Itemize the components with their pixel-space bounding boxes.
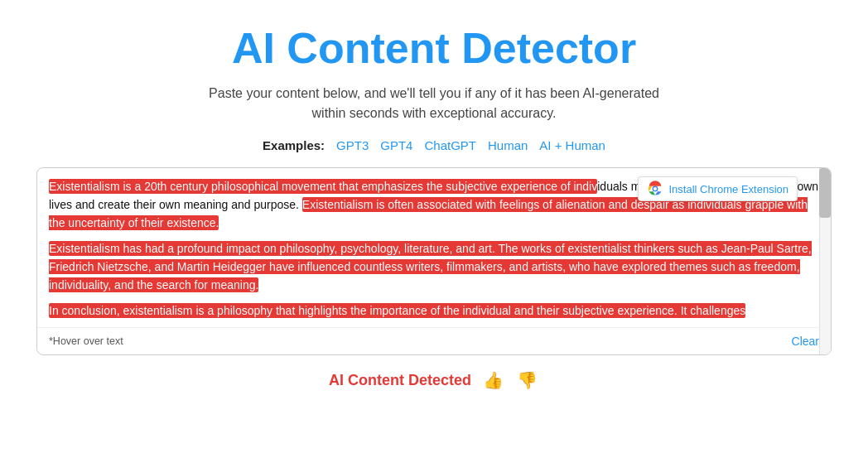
example-chatgpt[interactable]: ChatGPT (424, 138, 476, 152)
footer-bar: *Hover over text Clear (37, 327, 831, 354)
install-chrome-extension-banner[interactable]: Install Chrome Extension (638, 176, 798, 201)
clear-button[interactable]: Clear (792, 335, 819, 348)
example-human[interactable]: Human (488, 138, 528, 152)
thumbs-up-button[interactable]: 👍 (481, 369, 505, 392)
svg-point-2 (653, 187, 657, 190)
chrome-icon (647, 181, 663, 197)
thumbs-down-button[interactable]: 👎 (515, 369, 539, 392)
examples-label: Examples: (263, 138, 325, 152)
paragraph-3: In conclusion, existentialism is a philo… (49, 302, 819, 320)
example-gpt4[interactable]: GPT4 (380, 138, 412, 152)
examples-row: Examples: GPT3 GPT4 ChatGPT Human AI + H… (263, 138, 605, 152)
content-area-wrapper: Install Chrome Extension Existentialism … (36, 167, 832, 355)
hover-hint: *Hover over text (49, 335, 123, 347)
page-title: AI Content Detector (232, 25, 636, 72)
result-label: AI Content Detected (329, 372, 471, 389)
scrollbar-track[interactable] (819, 168, 831, 354)
scrollbar-thumb[interactable] (819, 168, 831, 218)
install-chrome-label: Install Chrome Extension (668, 183, 788, 195)
paragraph-2: Existentialism has had a profound impact… (49, 240, 819, 294)
result-row: AI Content Detected 👍 👎 (329, 369, 539, 392)
example-ai-human[interactable]: AI + Human (539, 138, 605, 152)
subtitle: Paste your content below, and we'll tell… (209, 84, 659, 123)
example-gpt3[interactable]: GPT3 (336, 138, 369, 152)
